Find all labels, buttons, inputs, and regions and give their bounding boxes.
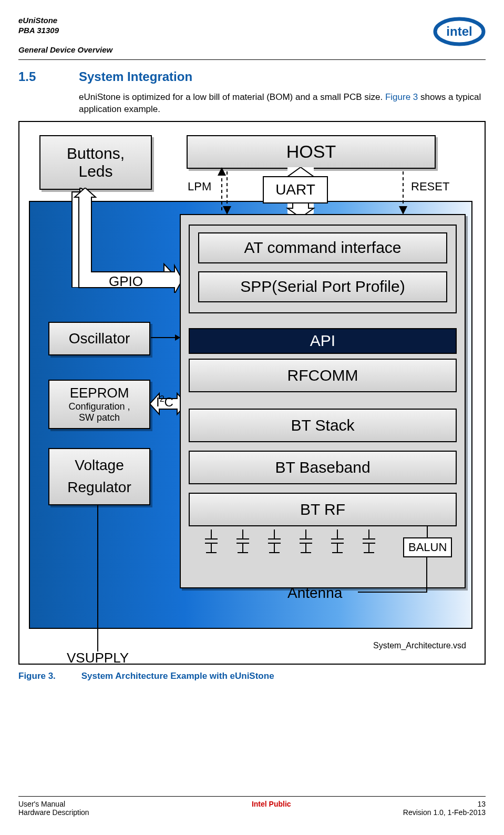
block-balun: BALUN xyxy=(403,537,452,557)
i2c-label: I2C xyxy=(156,394,173,410)
figure-caption-label: Figure 3. xyxy=(18,671,79,681)
figure-reference-link[interactable]: Figure 3 xyxy=(385,92,418,102)
hdr-pba: PBA 31309 xyxy=(18,26,59,35)
figure-caption-text: System Architecture Example with eUniSto… xyxy=(81,671,274,681)
hdr-section-group: General Device Overview xyxy=(18,45,112,54)
block-bt-stack: BT Stack xyxy=(189,409,457,442)
uart-label-box: UART xyxy=(263,176,328,203)
footer-left-1: User's Manual xyxy=(18,800,65,808)
section-paragraph: eUniStone is optimized for a low bill of… xyxy=(79,91,486,116)
block-spp: SPP(Serial Port Profile) xyxy=(198,271,447,302)
footer-center: Intel Public xyxy=(252,800,291,808)
intel-logo: intel xyxy=(433,16,486,47)
block-at-command: AT command interface xyxy=(198,232,447,263)
gpio-label: GPIO xyxy=(109,273,143,290)
block-oscillator: Oscillator xyxy=(48,322,150,355)
figure-source-file: System_Architecture.vsd xyxy=(373,641,466,650)
section-title: System Integration xyxy=(79,69,192,84)
footer-left-2: Hardware Description xyxy=(18,808,89,817)
oscillator-arrow xyxy=(150,332,181,343)
hdr-product: eUniStone xyxy=(18,16,57,25)
block-bt-rf: BT RF xyxy=(189,493,457,526)
vsupply-line xyxy=(97,504,98,651)
eeprom-subtitle: Configuration , SW patch xyxy=(68,401,130,424)
block-eeprom: EEPROM Configuration , SW patch xyxy=(48,380,150,429)
antenna-line xyxy=(356,555,429,603)
svg-text:intel: intel xyxy=(446,24,472,38)
block-api: API xyxy=(189,328,457,354)
block-buttons-leds: Buttons, Leds xyxy=(39,135,152,190)
paragraph-pre: eUniStone is optimized for a low bill of… xyxy=(79,92,385,102)
footer-right-1: 13 xyxy=(477,800,486,808)
eeprom-title: EEPROM xyxy=(70,385,129,401)
header-rule xyxy=(18,59,486,60)
block-host: HOST xyxy=(187,135,436,169)
block-bt-baseband: BT Baseband xyxy=(189,451,457,484)
vsupply-label: VSUPPLY xyxy=(67,650,129,666)
reset-arrow xyxy=(398,167,408,216)
antenna-label: Antenna xyxy=(287,585,342,602)
lpm-label: LPM xyxy=(188,180,211,194)
footer-right-2: Revision 1.0, 1-Feb-2013 xyxy=(403,808,486,817)
lpm-arrows xyxy=(217,167,232,216)
reset-label: RESET xyxy=(411,180,449,194)
page-footer: User's Manual Intel Public 13 Hardware D… xyxy=(18,796,486,817)
block-rfcomm: RFCOMM xyxy=(189,359,457,392)
section-number: 1.5 xyxy=(18,69,79,84)
block-voltage-regulator: Voltage Regulator xyxy=(48,448,150,505)
balun-top-line xyxy=(427,526,428,537)
figure-system-architecture: Buttons, Leds HOST UART LPM RESET xyxy=(18,121,486,665)
